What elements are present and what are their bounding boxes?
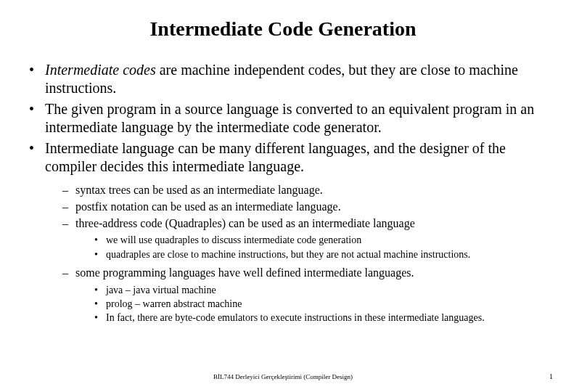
bullet-item: The given program in a source language i…	[29, 100, 557, 136]
bullet-item: Intermediate codes are machine independe…	[29, 61, 557, 97]
sub-bullet-item: some programming languages have well def…	[62, 266, 557, 324]
sub-bullet-item: postfix notation can be used as an inter…	[62, 200, 557, 215]
main-bullet-list: Intermediate codes are machine independe…	[9, 61, 557, 324]
sub-bullet-item: three-address code (Quadraples) can be u…	[62, 216, 557, 261]
page-title: Intermediate Code Generation	[9, 17, 557, 41]
sub-bullet-text: some programming languages have well def…	[75, 266, 414, 279]
sub-sub-bullet-item: java – java virtual machine	[94, 284, 557, 297]
sub-bullet-text: three-address code (Quadraples) can be u…	[75, 217, 415, 229]
emphasis-text: Intermediate codes	[45, 62, 156, 78]
sub-bullet-item: syntax trees can be used as an intermedi…	[62, 183, 557, 198]
footer-text: BİL744 Derleyici Gerçekleştirimi (Compil…	[0, 373, 566, 380]
sub-sub-bullet-item: we will use quadraples to discuss interm…	[94, 234, 557, 247]
bullet-item: Intermediate language can be many differ…	[29, 139, 557, 324]
sub-bullet-list: syntax trees can be used as an intermedi…	[45, 183, 557, 324]
sub-sub-bullet-item: prolog – warren abstract machine	[94, 298, 557, 311]
sub-sub-bullet-item: In fact, there are byte-code emulators t…	[94, 311, 557, 324]
sub-sub-bullet-list: java – java virtual machine prolog – war…	[75, 284, 557, 325]
bullet-text: Intermediate language can be many differ…	[45, 140, 506, 174]
sub-sub-bullet-item: quadraples are close to machine instruct…	[94, 248, 557, 261]
page-number: 1	[549, 372, 553, 380]
sub-sub-bullet-list: we will use quadraples to discuss interm…	[75, 234, 557, 261]
bullet-text: The given program in a source language i…	[45, 101, 534, 135]
